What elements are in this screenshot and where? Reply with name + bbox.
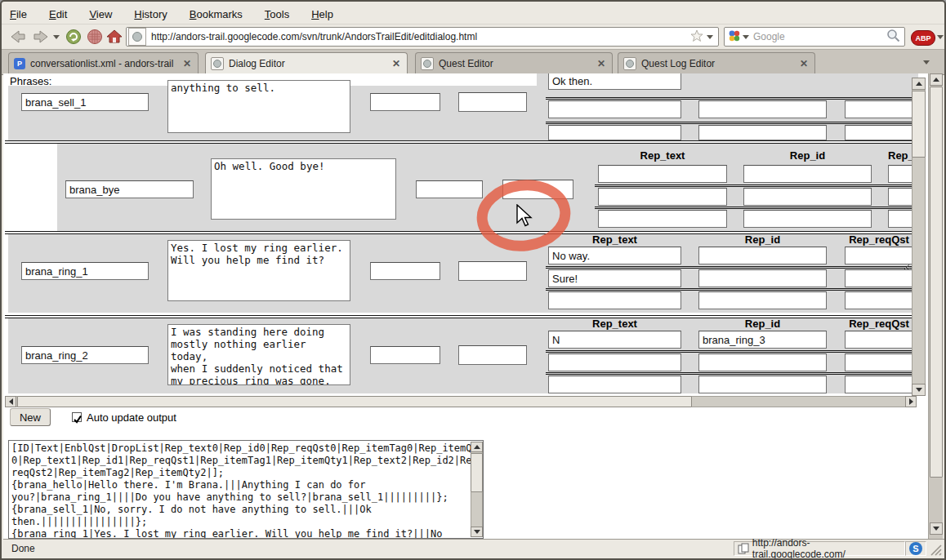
reply-text-input[interactable] <box>598 165 727 183</box>
reply-text-input[interactable] <box>548 376 681 393</box>
forward-icon[interactable] <box>31 27 51 47</box>
stop-icon[interactable] <box>85 27 105 47</box>
reply-reqqst-input[interactable] <box>845 376 913 393</box>
skype-extension-icon[interactable]: S <box>905 541 926 556</box>
page-favicon <box>211 57 224 70</box>
window-vscrollbar[interactable] <box>928 73 943 539</box>
adblock-icon[interactable]: ABP <box>911 30 935 46</box>
reply-text-input[interactable] <box>598 210 727 228</box>
menu-file[interactable]: File <box>10 8 27 20</box>
phrase-text-area[interactable]: Oh well. Good bye! <box>211 158 396 220</box>
reply-reqqst-input[interactable] <box>845 125 913 140</box>
phrase-id-input[interactable] <box>21 346 149 364</box>
scroll-down-icon[interactable] <box>471 527 483 537</box>
phrase-enblqst-input[interactable] <box>370 262 440 280</box>
reply-id-input[interactable] <box>743 165 872 183</box>
reply-id-input[interactable] <box>698 353 827 371</box>
search-go-icon[interactable] <box>886 29 900 46</box>
scroll-right-icon[interactable] <box>905 396 917 407</box>
phrase-text-area[interactable]: anything to sell. <box>167 80 350 133</box>
menu-help[interactable]: Help <box>311 8 333 20</box>
reply-id-input[interactable] <box>698 100 827 118</box>
new-phrase-button[interactable]: New <box>10 408 51 426</box>
reply-id-input[interactable] <box>698 125 827 140</box>
tab-close-icon[interactable]: ✕ <box>798 58 810 69</box>
reply-id-input[interactable] <box>698 376 827 393</box>
phrase-droplist-input[interactable] <box>502 180 573 199</box>
scroll-up-icon[interactable] <box>930 73 943 86</box>
reply-text-input[interactable] <box>548 73 681 90</box>
reply-reqqst-input[interactable] <box>845 247 913 264</box>
phrase-id-input[interactable] <box>65 180 194 198</box>
scroll-up-icon[interactable] <box>912 78 926 90</box>
scroll-left-icon[interactable] <box>5 396 16 407</box>
reply-reqqst-input[interactable] <box>845 269 913 287</box>
tab-quest-editor[interactable]: Quest Editor ✕ <box>415 52 613 73</box>
reply-reqqst-input[interactable] <box>845 331 913 349</box>
urlbar-dropdown-icon[interactable] <box>707 35 713 39</box>
auto-update-checkbox[interactable] <box>72 412 82 422</box>
phrase-droplist-input[interactable] <box>458 92 527 112</box>
phrase-droplist-input[interactable] <box>458 345 527 365</box>
url-input[interactable] <box>146 30 690 43</box>
reply-id-input[interactable] <box>698 269 827 287</box>
reload-icon[interactable] <box>64 27 83 47</box>
phrases-vscroll-thumb[interactable] <box>912 91 926 158</box>
search-engine-icon[interactable] <box>728 29 740 45</box>
window-resize-grip[interactable] <box>926 540 943 557</box>
bookmark-star-icon[interactable] <box>690 29 703 45</box>
reply-text-input[interactable] <box>548 331 681 349</box>
reply-text-input[interactable] <box>548 353 681 371</box>
scroll-down-icon[interactable] <box>930 522 943 535</box>
back-icon[interactable] <box>8 27 28 47</box>
rep-id-header: Rep_id <box>698 318 827 330</box>
reply-id-input[interactable] <box>743 210 872 228</box>
reply-reqqst-input[interactable] <box>845 353 913 371</box>
output-vscroll-thumb[interactable] <box>471 453 483 492</box>
tab-quest-log-editor[interactable]: Quest Log Editor ✕ <box>618 52 815 73</box>
phrase-id-input[interactable] <box>21 262 149 280</box>
tab-dialog-editor[interactable]: Dialog Editor ✕ <box>205 52 408 73</box>
reply-id-input[interactable] <box>743 188 872 206</box>
reply-id-input[interactable] <box>698 291 827 309</box>
scroll-down-icon[interactable] <box>912 384 926 396</box>
tab-conversationlist[interactable]: P conversationlist.xml - andors-trail - … <box>8 52 199 73</box>
menu-edit[interactable]: Edit <box>49 8 67 20</box>
phrase-enblqst-input[interactable] <box>370 346 440 364</box>
phrase-enblqst-input[interactable] <box>416 180 483 198</box>
search-box[interactable]: Google <box>724 27 905 47</box>
phrase-droplist-input[interactable] <box>458 261 527 281</box>
history-dropdown-icon[interactable] <box>51 27 62 47</box>
menu-bookmarks[interactable]: Bookmarks <box>190 8 243 20</box>
menu-tools[interactable]: Tools <box>265 8 289 20</box>
reply-text-input[interactable] <box>548 269 681 287</box>
reply-text-input[interactable] <box>598 188 727 206</box>
reply-reqqst-input[interactable] <box>845 100 913 118</box>
reply-id-input[interactable] <box>698 331 827 349</box>
menu-view[interactable]: View <box>89 8 112 20</box>
menu-history[interactable]: History <box>134 8 167 20</box>
adblock-dropdown-icon[interactable] <box>937 35 944 39</box>
phrase-id-input[interactable] <box>21 93 149 111</box>
phrase-enblqst-input[interactable] <box>370 93 440 111</box>
reply-text-input[interactable] <box>548 247 681 264</box>
tab-close-icon[interactable]: ✕ <box>390 58 402 69</box>
reply-text-input[interactable] <box>548 100 681 118</box>
tab-close-icon[interactable]: ✕ <box>181 58 193 69</box>
list-all-tabs-icon[interactable] <box>923 60 930 64</box>
scroll-up-icon[interactable] <box>471 442 483 452</box>
phrase-text-area[interactable]: I was standing here doing mostly nothing… <box>167 324 350 385</box>
reply-text-input[interactable] <box>548 125 681 140</box>
reply-id-input[interactable] <box>698 247 827 264</box>
search-placeholder[interactable]: Google <box>753 31 886 42</box>
phrases-hscroll-thumb[interactable] <box>17 396 692 407</box>
search-engine-dropdown-icon[interactable] <box>743 35 749 39</box>
window-vscroll-thumb[interactable] <box>930 87 943 478</box>
phrase-text-area[interactable]: Yes. I lost my ring earlier. Will you he… <box>167 240 350 301</box>
output-textarea[interactable]: [ID|Text|EnblQst|DropList|Rep_text0|Rep_… <box>8 440 484 539</box>
tab-close-icon[interactable]: ✕ <box>596 58 607 69</box>
reply-text-input[interactable] <box>548 291 681 309</box>
reply-reqqst-input[interactable] <box>845 291 913 309</box>
address-bar[interactable] <box>126 27 719 47</box>
home-icon[interactable] <box>105 27 124 47</box>
